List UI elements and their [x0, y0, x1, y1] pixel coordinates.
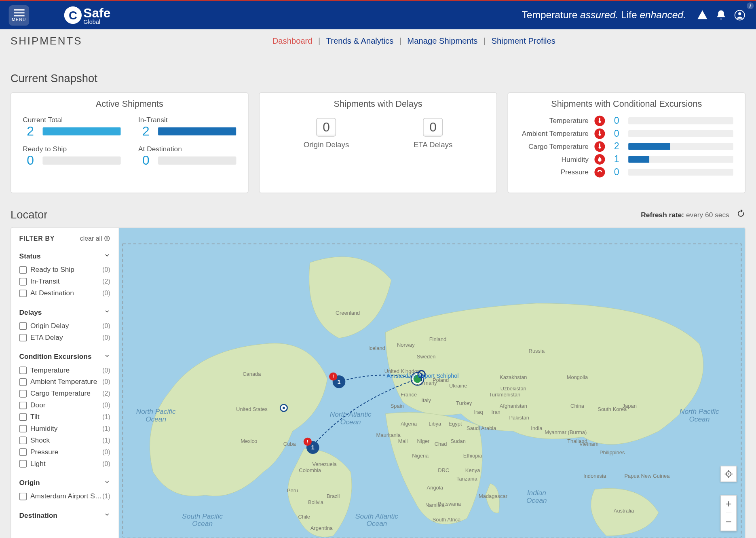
svg-text:South AtlanticOcean: South AtlanticOcean: [355, 512, 398, 528]
filter-group-status[interactable]: Status: [19, 249, 110, 264]
user-icon[interactable]: [734, 9, 745, 21]
metric-value: 0: [23, 153, 38, 168]
filter-item[interactable]: Door (0): [19, 399, 110, 411]
svg-text:South PacificOcean: South PacificOcean: [182, 512, 223, 528]
filter-checkbox[interactable]: [19, 448, 27, 456]
filter-checkbox[interactable]: [19, 366, 27, 374]
refresh-rate: Refresh rate: every 60 secs: [641, 211, 729, 219]
filter-checkbox[interactable]: [19, 277, 27, 285]
zoom-out-button[interactable]: −: [726, 513, 732, 530]
filter-item[interactable]: Origin Delay (0): [19, 320, 110, 332]
svg-text:Algeria: Algeria: [401, 421, 417, 427]
alert-icon[interactable]: [697, 9, 708, 21]
filter-checkbox[interactable]: [19, 413, 27, 421]
filter-group-condition-excursions[interactable]: Condition Excursions: [19, 349, 110, 364]
svg-text:Uzbekistan: Uzbekistan: [500, 385, 526, 392]
filter-checkbox[interactable]: [19, 401, 27, 409]
filter-item[interactable]: Light (0): [19, 458, 110, 469]
excursion-value: 2: [611, 141, 623, 152]
tagline: Temperature assured. Life enhanced.: [522, 9, 686, 21]
svg-point-87: [728, 473, 729, 474]
svg-text:!: !: [307, 438, 308, 445]
svg-text:Ukraine: Ukraine: [449, 383, 467, 389]
chevron-down-icon: [104, 308, 110, 316]
filter-item[interactable]: Humidity (1): [19, 423, 110, 434]
svg-text:North AtlanticOcean: North AtlanticOcean: [330, 410, 372, 426]
filter-checkbox[interactable]: [19, 436, 27, 444]
subnav: SHIPMENTS Dashboard|Trends & Analytics|M…: [0, 29, 756, 53]
filter-item[interactable]: Ambient Temperature (0): [19, 376, 110, 388]
zoom-in-button[interactable]: +: [726, 496, 732, 513]
filter-checkbox[interactable]: [19, 390, 27, 397]
filter-checkbox[interactable]: [19, 460, 27, 467]
svg-text:Indonesia: Indonesia: [583, 473, 606, 479]
svg-point-1: [738, 12, 741, 15]
filter-title: FILTER BY: [19, 235, 55, 241]
filter-item[interactable]: ETA Delay (0): [19, 332, 110, 343]
filter-checkbox[interactable]: [19, 492, 27, 500]
svg-text:Myanmar (Burma): Myanmar (Burma): [545, 429, 587, 435]
svg-text:India: India: [531, 425, 543, 431]
filter-checkbox[interactable]: [19, 378, 27, 385]
excursion-value: 0: [611, 116, 623, 126]
svg-text:Russia: Russia: [529, 348, 545, 354]
locator-title: Locator: [11, 208, 47, 221]
filter-group-destination[interactable]: Destination: [19, 508, 110, 523]
svg-text:Greenland: Greenland: [336, 310, 360, 316]
tab-trends-analytics[interactable]: Trends & Analytics: [326, 36, 394, 45]
refresh-button[interactable]: [736, 209, 745, 221]
map-locate-button[interactable]: [720, 466, 737, 482]
map[interactable]: North PacificOceanSouth PacificOceanNort…: [119, 228, 745, 538]
filter-item[interactable]: Amsterdam Airport Schi... (1): [19, 490, 110, 502]
filter-checkbox[interactable]: [19, 425, 27, 432]
svg-text:Mexico: Mexico: [241, 438, 257, 444]
filter-item[interactable]: Temperature (0): [19, 364, 110, 376]
svg-text:1: 1: [338, 379, 341, 385]
info-icon[interactable]: i: [747, 2, 754, 9]
svg-text:Pakistan: Pakistan: [509, 415, 529, 421]
svg-text:Colombia: Colombia: [299, 467, 321, 473]
menu-button[interactable]: MENU: [9, 5, 30, 25]
chevron-down-icon: [104, 511, 110, 519]
filter-item[interactable]: Cargo Temperature (2): [19, 388, 110, 399]
svg-text:IndianOcean: IndianOcean: [526, 489, 547, 504]
delay-value: 0: [423, 118, 443, 136]
svg-text:Spain: Spain: [391, 403, 404, 409]
svg-text:Philippines: Philippines: [600, 449, 625, 455]
filter-checkbox[interactable]: [19, 289, 27, 297]
filter-item[interactable]: Tilt (1): [19, 411, 110, 423]
filter-group-delays[interactable]: Delays: [19, 305, 110, 320]
svg-text:Sudan: Sudan: [451, 438, 466, 444]
thermo-icon: [594, 141, 605, 152]
svg-text:Chad: Chad: [435, 441, 447, 447]
filter-checkbox[interactable]: [19, 266, 27, 273]
svg-text:1: 1: [311, 444, 315, 451]
drop-icon: [594, 154, 605, 165]
tab-manage-shipments[interactable]: Manage Shipments: [407, 36, 477, 45]
map-zoom-control: + −: [720, 495, 737, 531]
filter-group-origin[interactable]: Origin: [19, 475, 110, 491]
filter-checkbox[interactable]: [19, 322, 27, 330]
filter-item[interactable]: Shock (1): [19, 434, 110, 446]
map-marker[interactable]: 1 !: [329, 373, 345, 388]
svg-text:Cuba: Cuba: [283, 441, 296, 447]
metric-value: 2: [138, 124, 154, 139]
metric-value: 0: [138, 153, 154, 168]
filter-item[interactable]: At Destination (0): [19, 287, 110, 299]
svg-text:Saudi Arabia: Saudi Arabia: [467, 425, 496, 431]
tabs: Dashboard|Trends & Analytics|Manage Ship…: [272, 36, 555, 45]
chevron-down-icon: [104, 353, 110, 361]
svg-text:Kenya: Kenya: [465, 467, 480, 473]
tab-dashboard[interactable]: Dashboard: [272, 36, 313, 45]
filter-checkbox[interactable]: [19, 334, 27, 341]
bell-icon[interactable]: [715, 9, 727, 21]
filter-item[interactable]: Pressure (0): [19, 446, 110, 458]
clear-all-button[interactable]: clear all: [80, 235, 110, 241]
tab-shipment-profiles[interactable]: Shipment Profiles: [492, 36, 555, 45]
svg-text:Egypt: Egypt: [449, 421, 462, 427]
svg-text:DRC: DRC: [438, 467, 449, 473]
svg-text:Amsterdam Airport Schiphol: Amsterdam Airport Schiphol: [386, 373, 458, 379]
filter-item[interactable]: In-Transit (2): [19, 275, 110, 287]
filter-item[interactable]: Ready to Ship (0): [19, 264, 110, 275]
excursion-value: 0: [611, 167, 623, 178]
